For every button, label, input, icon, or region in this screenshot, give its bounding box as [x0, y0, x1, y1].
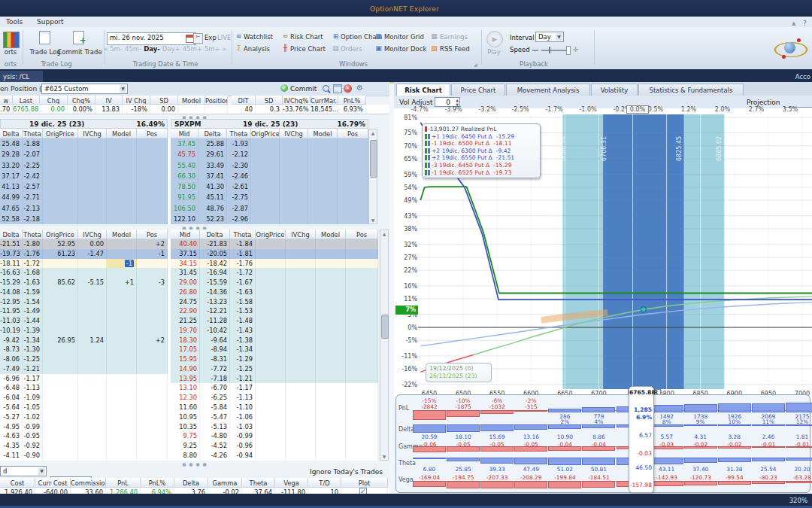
step-5m-minus[interactable]: 5m-: [110, 45, 123, 53]
option-row[interactable]: 25.48-1.88 37.4525.88-1.93: [0, 138, 368, 149]
analysis-document-tab[interactable]: ysis: /CL: [0, 71, 43, 82]
cell-model[interactable]: [316, 441, 346, 451]
cell-model[interactable]: [316, 364, 346, 374]
cell-model[interactable]: [107, 412, 137, 422]
option-row[interactable]: 41.13-2.57 78.5041.30-2.61: [0, 181, 368, 192]
option-row[interactable]: -10.19-1.39 19.70-10.42-1.43: [0, 326, 378, 336]
speed-slider[interactable]: [541, 50, 567, 51]
option-row[interactable]: 33.20-2.25 55.4033.49-2.30: [0, 160, 368, 171]
cell-model[interactable]: [308, 181, 338, 192]
option-row[interactable]: -5.64-1.05 11.60-5.84-1.10: [0, 403, 378, 412]
step-day-minus[interactable]: Day-: [144, 45, 160, 53]
option-row[interactable]: -4.11-0.90 8.80-4.26-0.94: [0, 451, 378, 461]
cell-model[interactable]: [107, 171, 137, 181]
scroll-up-icon[interactable]: ▲: [380, 231, 388, 236]
option-row[interactable]: 47.65-2.13 106.5048.76-2.87: [0, 203, 368, 214]
cell-model[interactable]: [316, 412, 346, 422]
scroll-down-icon[interactable]: ▼: [380, 454, 388, 459]
cell-model[interactable]: [316, 306, 346, 316]
cell-model[interactable]: [107, 316, 137, 326]
option-row[interactable]: 37.17-2.42 66.3037.41-2.46: [0, 171, 368, 181]
cell-model[interactable]: [316, 316, 346, 326]
price-chart-button[interactable]: Price Chart: [290, 45, 326, 53]
cell-model[interactable]: [107, 287, 137, 297]
option-row[interactable]: -8.06-1.25 15.95-8.31-1.29: [0, 354, 378, 364]
tab-statistics-fundamentals[interactable]: Statistics & Fundamentals: [638, 84, 744, 96]
collapse-ribbon-icon[interactable]: ▲: [792, 20, 795, 26]
step-5m-plus[interactable]: 5m+: [205, 45, 220, 53]
close-icon[interactable]: ✕: [344, 84, 352, 93]
cell-model[interactable]: [107, 149, 137, 160]
commit-button[interactable]: Commit: [290, 85, 317, 93]
calls-scrollbar[interactable]: ▲ ▼: [368, 129, 377, 224]
help-icon[interactable]: ?: [803, 20, 807, 27]
interval-dropdown[interactable]: Day ▼: [535, 32, 564, 42]
position-dropdown[interactable]: #625 Custom ▼: [41, 84, 128, 94]
cell-model[interactable]: [308, 160, 338, 171]
cell-model[interactable]: [316, 249, 346, 259]
cell-model[interactable]: [107, 422, 137, 432]
cell-model[interactable]: [316, 431, 346, 441]
cell-model[interactable]: [107, 451, 137, 461]
option-row[interactable]: -21.51-1.8052.950.00+2 40.40-21.83-1.84: [0, 239, 378, 249]
cell-model[interactable]: [107, 160, 137, 171]
cell-model[interactable]: [316, 422, 346, 432]
grid-view-icon[interactable]: [333, 84, 342, 93]
cell-model[interactable]: [308, 192, 338, 202]
gear-icon[interactable]: ⚙: [356, 84, 363, 92]
scroll-up-icon[interactable]: ▲: [369, 130, 377, 135]
analysis-button[interactable]: Analysis: [244, 45, 270, 53]
rss-feed-button[interactable]: RSS Feed: [440, 45, 470, 53]
cell-model[interactable]: [107, 203, 137, 214]
cell-model[interactable]: [107, 326, 137, 336]
windows-dialog-launcher-icon[interactable]: ◢: [474, 62, 477, 67]
cell-model[interactable]: [316, 451, 346, 461]
scroll-thumb[interactable]: [370, 140, 377, 178]
puts-scrollbar[interactable]: ▲ ▼: [380, 230, 389, 461]
watchlist-button[interactable]: Watchlist: [244, 33, 273, 41]
cell-model[interactable]: [107, 214, 137, 224]
cell-model[interactable]: [107, 138, 137, 149]
option-row[interactable]: -5.27-1.02 10.95-5.47-1.06: [0, 412, 378, 422]
reports-button[interactable]: orts: [0, 48, 21, 56]
cell-model[interactable]: [107, 393, 137, 403]
option-row[interactable]: 44.99-2.71 91.9545.11-2.75: [0, 192, 368, 202]
scroll-down-icon[interactable]: ▼: [369, 217, 377, 223]
menu-support[interactable]: Support: [31, 17, 70, 26]
monitor-dock-button[interactable]: Monitor Dock: [384, 45, 426, 53]
step-45m-plus[interactable]: 45m+: [183, 45, 202, 53]
option-row[interactable]: -11.03-1.44 21.25-11.28-1.48: [0, 316, 378, 326]
step-day-plus[interactable]: Day+: [162, 45, 180, 53]
cell-model[interactable]: [308, 138, 338, 149]
step-forward-icon[interactable]: »: [223, 45, 226, 53]
option-row[interactable]: -14.08-1.59 26.80-14.36-1.63: [0, 287, 378, 297]
cell-model[interactable]: [107, 192, 137, 202]
cell-model[interactable]: [316, 345, 346, 354]
cell-model[interactable]: [308, 203, 338, 214]
option-row[interactable]: -7.49-1.21 14.90-7.72-1.25: [0, 364, 378, 374]
tab-price-chart[interactable]: Price Chart: [451, 84, 505, 96]
option-row[interactable]: -6.04-1.09 12.30-6.25-1.13: [0, 393, 378, 403]
cell-model[interactable]: [107, 181, 137, 192]
option-row[interactable]: -4.63-0.95 9.75-4.80-0.99: [0, 431, 378, 441]
step-back-icon[interactable]: «: [104, 45, 108, 53]
price-mode-dropdown[interactable]: d ▼: [0, 466, 47, 476]
option-row[interactable]: 29.28-2.07 45.7529.61-2.12: [0, 149, 368, 160]
cell-model[interactable]: [107, 297, 137, 307]
cell-model[interactable]: [316, 268, 346, 278]
cell-model[interactable]: [316, 354, 346, 364]
option-row[interactable]: -18.11-1.72-1 34.15-18.42-1.76: [0, 259, 378, 269]
option-row[interactable]: -6.48-1.13 13.10-6.70-1.17: [0, 383, 378, 393]
cell-model[interactable]: [316, 393, 346, 403]
option-row[interactable]: -8.73-1.30 17.05-8.94-1.34: [0, 345, 378, 354]
menu-tools[interactable]: Tools: [0, 17, 29, 26]
risk-chart-button[interactable]: Risk Chart: [290, 33, 323, 41]
cell-model[interactable]: [107, 306, 137, 316]
cell-model[interactable]: [316, 259, 346, 269]
exp-label[interactable]: Exp: [205, 34, 217, 41]
cell-model[interactable]: [316, 278, 346, 287]
speed-slider-handle[interactable]: [549, 47, 550, 53]
cell-model[interactable]: [107, 336, 137, 345]
option-row[interactable]: -11.95-1.49 22.90-12.21-1.53: [0, 306, 378, 316]
option-row[interactable]: -9.42-1.3426.951.24+2 18.30-9.64-1.38: [0, 336, 378, 345]
